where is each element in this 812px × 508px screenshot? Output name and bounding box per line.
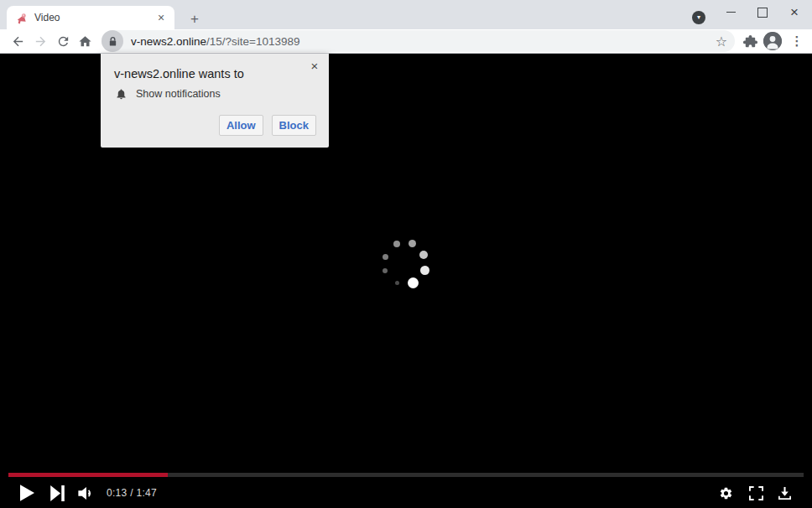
video-time-display: 0:13 / 1:47	[107, 487, 157, 499]
dialog-title: v-news2.online wants to	[114, 67, 244, 80]
dialog-close-icon[interactable]: ×	[308, 59, 321, 72]
window-close-button[interactable]: ×	[778, 0, 810, 24]
settings-button[interactable]	[716, 483, 736, 503]
volume-button[interactable]	[76, 483, 98, 503]
forward-button[interactable]	[32, 33, 49, 49]
spinner-dot	[419, 251, 428, 259]
spinner-dot	[383, 268, 388, 273]
permission-label: Show notifications	[136, 88, 221, 100]
url-path: /15/?site=1013989	[206, 35, 299, 48]
volume-icon	[78, 486, 96, 500]
back-arrow-icon	[11, 34, 25, 49]
caret-down-icon: ▾	[697, 14, 700, 21]
gear-icon	[719, 486, 733, 500]
tab-strip: Video × + ▾ ×	[0, 0, 812, 29]
video-progress-bar[interactable]	[8, 473, 804, 477]
fullscreen-icon	[749, 486, 763, 500]
puzzle-icon	[742, 34, 758, 49]
back-button[interactable]	[9, 33, 26, 49]
home-icon	[78, 34, 92, 49]
url-text: v-news2.online/15/?site=1013989	[131, 35, 711, 48]
spinner-dot	[408, 277, 419, 288]
close-icon: ×	[790, 5, 799, 19]
forward-arrow-icon	[34, 34, 48, 49]
url-domain: v-news2.online	[131, 35, 206, 48]
spinner-dot	[395, 281, 399, 285]
maximize-icon	[757, 8, 768, 18]
video-player-area[interactable]: 0:13 / 1:47 × v-news2.online wants to Sh…	[0, 54, 812, 508]
person-icon	[763, 32, 782, 50]
bell-icon	[115, 87, 128, 101]
extensions-button[interactable]	[742, 34, 759, 50]
bookmark-star-icon[interactable]: ☆	[711, 31, 731, 51]
address-bar[interactable]: v-news2.online/15/?site=1013989 ☆	[102, 30, 735, 52]
window-minimize-button[interactable]	[715, 0, 747, 24]
spinner-dot	[383, 254, 388, 260]
block-button[interactable]: Block	[272, 115, 316, 136]
spinner-dot	[420, 266, 429, 275]
notification-permission-dialog: × v-news2.online wants to Show notificat…	[101, 54, 329, 148]
browser-window: Video × + ▾ ×	[0, 0, 812, 508]
site-favicon-icon	[15, 12, 28, 24]
tab-close-icon[interactable]: ×	[154, 11, 168, 24]
tab-video[interactable]: Video ×	[7, 6, 174, 29]
spinner-dot	[409, 240, 416, 247]
site-security-button[interactable]	[102, 30, 123, 52]
lock-icon	[108, 36, 117, 47]
new-tab-button[interactable]: +	[186, 10, 203, 27]
tab-title: Video	[34, 12, 154, 23]
permission-row: Show notifications	[115, 87, 221, 101]
browser-toolbar: v-news2.online/15/?site=1013989 ☆ ⋮	[0, 29, 812, 54]
download-button[interactable]	[774, 483, 794, 503]
video-progress-fill	[8, 473, 168, 477]
allow-button[interactable]: Allow	[219, 115, 263, 136]
home-button[interactable]	[76, 33, 93, 49]
play-icon	[20, 485, 34, 501]
play-button[interactable]	[18, 483, 36, 503]
minimize-icon	[726, 12, 736, 13]
reload-icon	[56, 34, 70, 49]
tab-search-button[interactable]: ▾	[692, 11, 705, 24]
dialog-buttons: Allow Block	[219, 115, 316, 136]
reload-button[interactable]	[55, 33, 71, 49]
skip-next-icon	[50, 485, 65, 501]
next-button[interactable]	[48, 483, 66, 503]
fullscreen-button[interactable]	[746, 483, 766, 503]
profile-avatar[interactable]	[763, 32, 782, 50]
browser-menu-button[interactable]: ⋮	[789, 32, 805, 50]
download-icon	[778, 486, 792, 500]
window-maximize-button[interactable]	[747, 0, 778, 24]
spinner-dot	[393, 241, 400, 247]
